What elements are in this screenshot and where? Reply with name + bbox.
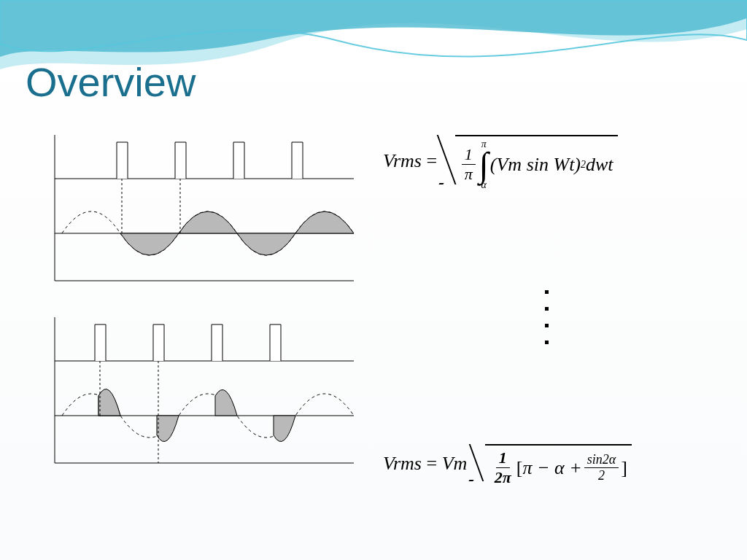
waveform-diagram-column — [47, 128, 361, 516]
vrms-result-formula: Vrms = Vm 1 2π [ π − α + sin2α — [383, 444, 711, 487]
formula1-lhs: Vrms — [383, 150, 422, 171]
slide-title: Overview — [26, 58, 196, 106]
vertical-ellipsis-icon — [545, 290, 549, 344]
waveform-diagram-2 — [47, 310, 361, 470]
formula1-eq: = — [426, 150, 437, 171]
integrand-exp: 2 — [581, 159, 586, 171]
frac2-den: 2 — [595, 468, 608, 483]
frac-den: 2π — [492, 468, 514, 487]
integrand-base: (Vm sin Wt) — [490, 154, 581, 176]
formula-column: Vrms = 1 π π ∫ α (Vm sin Wt — [383, 128, 711, 516]
formula2-coef: Vm — [442, 453, 472, 474]
lbracket: [ — [516, 457, 523, 479]
sqrt-icon: 1 2π [ π − α + sin2α 2 ] — [472, 444, 632, 487]
integral-icon: π ∫ α — [479, 139, 489, 190]
formula2-eq: = — [426, 453, 437, 474]
waveform-diagram-1 — [47, 128, 361, 288]
vrms-integral-formula: Vrms = 1 π π ∫ α (Vm sin Wt — [383, 135, 711, 190]
differential: dwt — [586, 154, 614, 176]
frac-num: 1 — [462, 145, 476, 165]
content-area: Vrms = 1 π π ∫ α (Vm sin Wt — [47, 128, 711, 516]
formula2-lhs: Vrms — [383, 453, 426, 474]
frac-num: 1 — [496, 448, 510, 468]
rbracket: ] — [621, 457, 627, 479]
sqrt-icon: 1 π π ∫ α (Vm sin Wt)2 dwt — [442, 135, 618, 190]
slide: Overview — [0, 0, 747, 560]
frac2-num: sin2α — [584, 452, 619, 468]
term1: π − α + — [523, 457, 582, 479]
